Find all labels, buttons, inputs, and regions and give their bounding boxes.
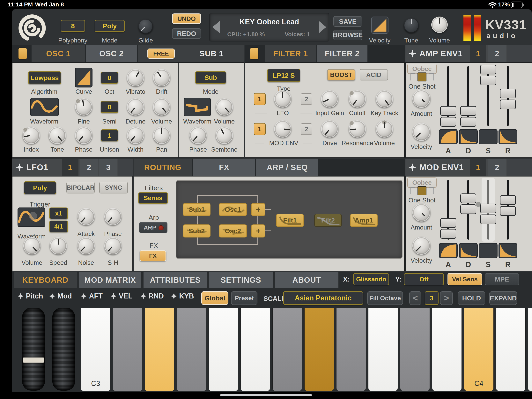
filter-volume-knob[interactable] xyxy=(376,120,393,138)
save-button[interactable]: SAVE xyxy=(333,16,362,27)
master-volume-knob[interactable] xyxy=(431,17,448,33)
lfo-waveform-icon[interactable] xyxy=(18,207,45,227)
tab-keyboard[interactable]: KEYBOARD xyxy=(14,272,77,288)
lfo-tab-2[interactable]: 2 xyxy=(80,159,98,176)
lfo-speed-knob[interactable] xyxy=(50,237,67,254)
acid-button[interactable]: ACID xyxy=(360,69,388,80)
filter-resonance-knob[interactable] xyxy=(349,120,366,138)
sub1-mode-value[interactable]: Sub xyxy=(195,71,226,84)
tab-arpseq[interactable]: ARP / SEQ xyxy=(256,159,318,176)
osc1-volume-knob[interactable] xyxy=(153,98,170,116)
osc1-pan-knob[interactable] xyxy=(153,127,170,144)
ampenv-tab-2[interactable]: 2 xyxy=(488,45,506,62)
node-sub2[interactable]: Sub2 xyxy=(183,225,210,238)
lfo-ratio-value[interactable]: 4/1 xyxy=(49,220,68,232)
ampenv-oneshot-checkbox[interactable] xyxy=(418,72,426,81)
key[interactable] xyxy=(368,308,398,391)
filters-series-button[interactable]: Series xyxy=(138,192,168,204)
move-icon[interactable] xyxy=(16,163,23,171)
ampenv-velocity-knob[interactable] xyxy=(412,123,430,141)
node-sum-top[interactable]: + xyxy=(251,203,265,216)
lfo-sh-knob[interactable] xyxy=(104,237,121,254)
osc1-index-knob[interactable] xyxy=(23,127,40,144)
filter-inputgain-knob[interactable] xyxy=(321,90,338,108)
modenv-decay-slider[interactable] xyxy=(467,180,469,240)
tab-filter1[interactable]: FILTER 1 xyxy=(265,45,316,62)
key-c3[interactable]: C3 xyxy=(81,308,110,391)
modenv-tab-1[interactable]: 1 xyxy=(470,159,486,176)
bipolar-button[interactable]: BIPOLAR xyxy=(66,182,95,193)
lfo-trigger-value[interactable]: Poly xyxy=(24,181,56,194)
lfo-tab-1[interactable]: 1 xyxy=(62,159,78,176)
tab-fx[interactable]: FX xyxy=(193,159,255,176)
filter-modenv1-select[interactable]: 1 xyxy=(254,123,266,135)
osc1-unison-value[interactable]: 1 xyxy=(101,129,118,142)
ampenv-decay-slider[interactable] xyxy=(467,66,469,126)
filter-enable-toggle[interactable] xyxy=(250,47,259,60)
ampenv-amount-knob[interactable] xyxy=(412,90,430,108)
tab-filter2[interactable]: FILTER 2 xyxy=(317,45,367,62)
hold-button[interactable]: HOLD xyxy=(458,291,485,305)
fill-octave-button[interactable]: Fill Octave xyxy=(367,291,403,305)
home-indicator[interactable] xyxy=(220,394,312,396)
key[interactable] xyxy=(209,308,238,391)
octave-up-button[interactable]: > xyxy=(440,291,453,305)
preset-scope-button[interactable]: Preset xyxy=(231,291,257,305)
arp-button[interactable]: ARP xyxy=(139,222,167,233)
osc1-oct-value[interactable]: 0 xyxy=(101,72,118,84)
lfo-volume-knob[interactable] xyxy=(23,237,40,254)
filter-cutoff-knob[interactable] xyxy=(349,90,366,108)
node-amp1[interactable]: Amp1 xyxy=(350,214,378,227)
sub1-volume-knob[interactable] xyxy=(216,98,233,116)
filter-type-value[interactable]: LP12 S xyxy=(267,69,300,82)
y-axis-value[interactable]: Off xyxy=(404,273,444,285)
tab-settings[interactable]: SETTINGS xyxy=(209,272,273,288)
ampenv-attack-slider[interactable] xyxy=(447,66,449,126)
tab-osc2[interactable]: OSC 2 xyxy=(86,45,137,62)
move-icon[interactable] xyxy=(409,163,416,171)
key[interactable] xyxy=(496,308,526,391)
filter-drive-knob[interactable] xyxy=(321,120,338,138)
tab-attributes[interactable]: ATTRIBUTES xyxy=(144,272,207,288)
modenv-release-slider[interactable] xyxy=(507,180,509,240)
sub1-waveform-icon[interactable] xyxy=(184,98,211,116)
x-axis-value[interactable]: Glissando xyxy=(353,273,389,285)
node-sub1[interactable]: Sub1 xyxy=(183,203,210,216)
node-sum-bottom[interactable]: + xyxy=(251,225,265,238)
key[interactable] xyxy=(272,308,302,391)
osc1-width-knob[interactable] xyxy=(127,127,144,144)
boost-button[interactable]: BOOST xyxy=(327,69,355,80)
osc1-semi-value[interactable]: 0 xyxy=(101,101,118,113)
sub1-phase-knob[interactable] xyxy=(190,127,207,144)
modenv-attack-slider[interactable] xyxy=(447,180,449,240)
key[interactable] xyxy=(145,308,174,391)
osc1-phase-knob[interactable] xyxy=(75,127,92,144)
browse-button[interactable]: BROWSE xyxy=(333,30,362,40)
scale-value[interactable]: Asian Pentatonic xyxy=(283,291,363,305)
vel-sens-button[interactable]: Vel Sens xyxy=(448,273,482,285)
expand-button[interactable]: EXPAND xyxy=(489,291,517,305)
modenv-oneshot-checkbox[interactable] xyxy=(418,186,426,195)
modenv-sustain-slider[interactable] xyxy=(487,180,489,240)
filter-lfo1-select[interactable]: 1 xyxy=(254,93,266,105)
global-button[interactable]: Global xyxy=(201,291,228,305)
octave-down-button[interactable]: < xyxy=(409,291,421,305)
key[interactable] xyxy=(432,308,462,391)
mod-wheel[interactable] xyxy=(52,308,75,391)
mode-value[interactable]: Poly xyxy=(95,20,125,32)
undo-button[interactable]: UNDO xyxy=(172,13,201,24)
filter-keytrack-knob[interactable] xyxy=(376,90,393,108)
sync-button[interactable]: SYNC xyxy=(99,182,128,193)
redo-button[interactable]: REDO xyxy=(172,28,201,39)
filter-lfo-knob[interactable] xyxy=(274,90,291,108)
osc1-fine-knob[interactable] xyxy=(75,98,92,116)
lfo-tab-3[interactable]: 3 xyxy=(99,159,117,176)
tab-osc1[interactable]: OSC 1 xyxy=(32,45,85,62)
glide-knob[interactable] xyxy=(138,19,153,34)
osc1-drift-knob[interactable] xyxy=(153,69,170,86)
tab-mod-matrix[interactable]: MOD MATRIX xyxy=(79,272,141,288)
modenv-tab-2[interactable]: 2 xyxy=(488,159,506,176)
polyphony-value[interactable]: 8 xyxy=(61,20,85,32)
modenv-velocity-knob[interactable] xyxy=(412,237,430,255)
preset-name[interactable]: KEY Oobee Lead xyxy=(210,18,329,26)
